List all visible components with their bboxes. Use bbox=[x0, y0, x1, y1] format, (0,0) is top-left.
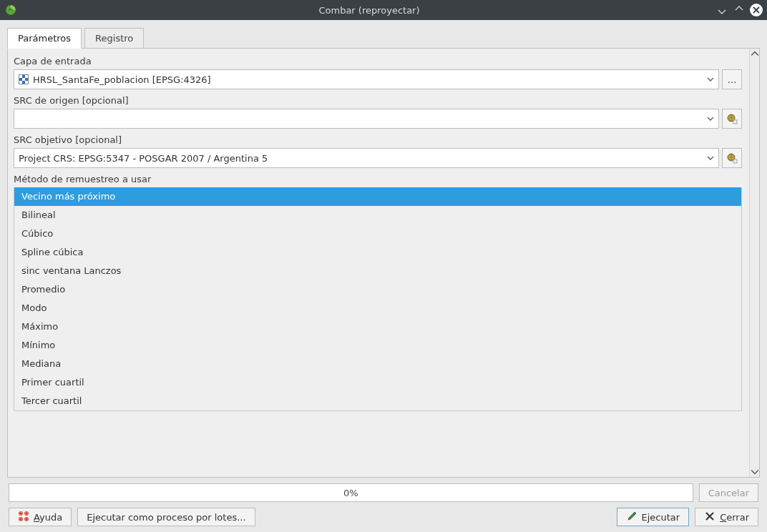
tab-parameters[interactable]: Parámetros bbox=[7, 28, 82, 49]
window-title: Combar (reproyectar) bbox=[23, 5, 715, 16]
window-controls bbox=[715, 4, 763, 16]
raster-layer-icon bbox=[19, 74, 29, 84]
input-layer-value: HRSL_SantaFe_poblacion [EPSG:4326] bbox=[33, 74, 211, 85]
svg-point-15 bbox=[25, 512, 28, 515]
resample-option[interactable]: Bilineal bbox=[14, 206, 741, 225]
resample-option[interactable]: Máximo bbox=[14, 317, 741, 336]
target-crs-combo[interactable]: Project CRS: EPSG:5347 - POSGAR 2007 / A… bbox=[14, 148, 719, 168]
chevron-down-icon bbox=[707, 74, 714, 85]
help-icon bbox=[18, 511, 29, 524]
tab-panel: Capa de entrada HRSL_SantaFe_poblacion [… bbox=[7, 48, 760, 478]
resample-option[interactable]: Primer cuartil bbox=[14, 373, 741, 392]
dialog-body: Parámetros Registro Capa de entrada HRSL… bbox=[0, 20, 767, 532]
run-label: Ejecutar bbox=[642, 512, 680, 523]
cancel-progress-button: Cancelar bbox=[699, 483, 758, 502]
parameters-scroll: Capa de entrada HRSL_SantaFe_poblacion [… bbox=[8, 49, 749, 477]
resample-option[interactable]: Cúbico bbox=[14, 225, 741, 243]
bottom-area: 0% Cancelar Ayuda Ejecutar como proceso … bbox=[7, 478, 760, 526]
input-layer-more-button[interactable]: … bbox=[722, 69, 742, 89]
scroll-up-icon[interactable] bbox=[751, 49, 759, 58]
target-crs-value: Project CRS: EPSG:5347 - POSGAR 2007 / A… bbox=[19, 153, 268, 164]
resample-option[interactable]: Mediana bbox=[14, 355, 741, 373]
scroll-down-icon[interactable] bbox=[751, 468, 759, 476]
run-icon bbox=[626, 511, 637, 524]
source-crs-combo[interactable] bbox=[14, 109, 719, 129]
resample-dropdown[interactable]: Vecino más próximo Bilineal Cúbico Splin… bbox=[14, 187, 742, 411]
resample-option[interactable]: Mínimo bbox=[14, 336, 741, 355]
label-input-layer: Capa de entrada bbox=[14, 56, 742, 66]
progress-bar: 0% bbox=[9, 483, 693, 502]
svg-point-17 bbox=[25, 518, 28, 521]
minimize-icon[interactable] bbox=[715, 4, 728, 16]
svg-point-16 bbox=[19, 518, 22, 521]
resample-option[interactable]: Modo bbox=[14, 299, 741, 317]
tabs: Parámetros Registro bbox=[7, 27, 760, 48]
input-layer-combo[interactable]: HRSL_SantaFe_poblacion [EPSG:4326] bbox=[14, 69, 719, 89]
close-label: Cerrar bbox=[720, 512, 749, 523]
run-button[interactable]: Ejecutar bbox=[617, 508, 690, 526]
maximize-icon[interactable] bbox=[733, 4, 746, 16]
help-label: Ayuda bbox=[34, 512, 62, 523]
resample-option[interactable]: Vecino más próximo bbox=[14, 187, 741, 206]
close-icon[interactable] bbox=[750, 4, 763, 16]
run-batch-button[interactable]: Ejecutar como proceso por lotes... bbox=[77, 508, 255, 526]
svg-point-14 bbox=[19, 512, 22, 515]
resample-option[interactable]: Promedio bbox=[14, 280, 741, 299]
resample-option[interactable]: Tercer cuartil bbox=[14, 392, 741, 410]
select-source-crs-button[interactable] bbox=[722, 109, 742, 129]
resample-option[interactable]: Spline cúbica bbox=[14, 243, 741, 262]
help-button[interactable]: Ayuda bbox=[9, 508, 72, 526]
titlebar: Combar (reproyectar) bbox=[0, 0, 767, 20]
close-x-icon bbox=[704, 511, 715, 524]
close-button[interactable]: Cerrar bbox=[695, 508, 758, 526]
select-target-crs-button[interactable] bbox=[722, 148, 742, 168]
label-source-crs: SRC de origen [opcional] bbox=[14, 95, 742, 106]
chevron-down-icon bbox=[707, 114, 714, 124]
tab-log[interactable]: Registro bbox=[84, 28, 144, 49]
chevron-down-icon bbox=[707, 153, 714, 164]
vertical-scrollbar[interactable] bbox=[749, 49, 759, 477]
app-icon bbox=[4, 4, 17, 16]
svg-rect-2 bbox=[733, 120, 737, 124]
label-resample: Método de remuestreo a usar bbox=[14, 174, 742, 184]
svg-rect-18 bbox=[22, 515, 25, 518]
label-target-crs: SRC objetivo [opcional] bbox=[14, 134, 742, 145]
resample-option[interactable]: sinc ventana Lanczos bbox=[14, 262, 741, 280]
svg-rect-4 bbox=[733, 159, 737, 163]
